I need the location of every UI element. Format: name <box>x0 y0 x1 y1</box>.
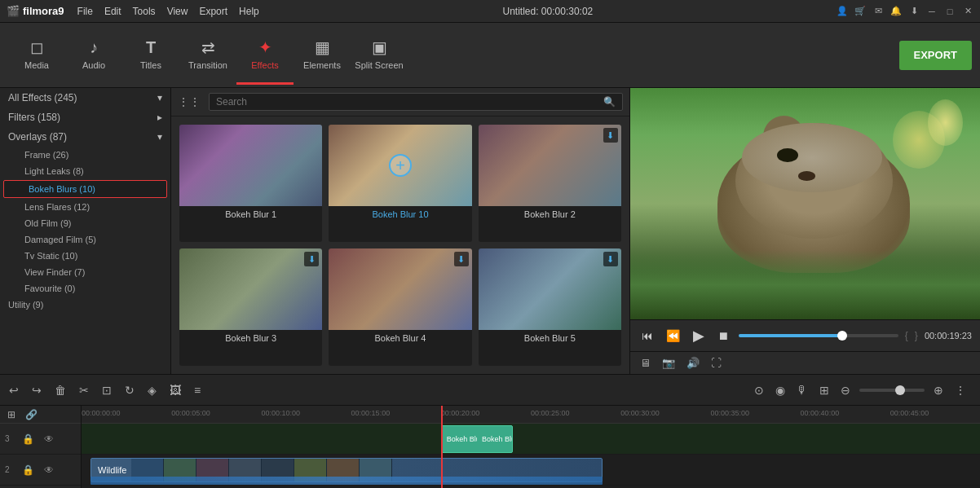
track-motion-button[interactable]: ⊙ <box>752 381 766 399</box>
add-track-small-button[interactable]: ⊞ <box>5 407 18 423</box>
toolbar-media-label: Media <box>24 60 49 70</box>
panel-item-lens-flares[interactable]: Lens Flares (12) <box>0 199 170 215</box>
grid-toggle-icon[interactable]: ⋮⋮ <box>178 95 201 108</box>
zoom-slider[interactable] <box>859 389 925 392</box>
track-eye-icon-2[interactable]: 👁 <box>42 462 56 478</box>
app-logo: 🎬 filmora9 <box>7 5 64 17</box>
effect-card-bokeh5[interactable]: ⬇ Bokeh Blur 5 <box>479 248 621 366</box>
download-icon[interactable]: ⬇ <box>908 6 920 17</box>
add-track-button[interactable]: ⊞ <box>817 381 832 399</box>
toolbar-elements[interactable]: ▦ Elements <box>294 26 351 85</box>
panel-item-favourite[interactable]: Favourite (0) <box>0 280 170 297</box>
progress-bar[interactable] <box>739 334 898 337</box>
search-box: 🔍 <box>209 93 623 111</box>
effect-label-bokeh4: Bokeh Blur 4 <box>329 330 471 346</box>
camera-icon[interactable]: 📷 <box>660 355 677 371</box>
media-icon: ◻ <box>30 37 44 57</box>
ruler-mark-6: 00:00:30:00 <box>620 409 660 417</box>
track-row-3: Bokeh Blur 10 Bokeh Blur 10 <box>82 424 980 455</box>
maximize-button[interactable]: □ <box>944 6 956 17</box>
zoom-in-button[interactable]: ⊕ <box>931 381 946 399</box>
track-labels: ⊞ 🔗 3 🔒 👁 2 🔒 👁 <box>0 406 82 488</box>
filters-header[interactable]: Filters (158) ▸ <box>0 108 170 127</box>
toolbar-effects[interactable]: ✦ Effects <box>236 26 294 85</box>
effect-card-bokeh10[interactable]: + Bokeh Blur 10 <box>329 125 471 242</box>
user-icon[interactable]: 👤 <box>837 6 848 17</box>
download-effect-icon-5[interactable]: ⬇ <box>603 252 618 266</box>
step-back-button[interactable]: ⏪ <box>663 328 683 344</box>
playhead[interactable] <box>441 406 443 488</box>
effect-card-bokeh2[interactable]: ⬇ Bokeh Blur 2 <box>479 125 621 242</box>
skip-back-button[interactable]: ⏮ <box>638 328 656 344</box>
audio-mix-button[interactable]: ≡ <box>192 381 203 399</box>
panel-item-utility[interactable]: Utility (9) <box>0 297 170 313</box>
fullscreen-icon[interactable]: ⛶ <box>709 355 723 371</box>
undo-button[interactable]: ↩ <box>7 381 21 399</box>
panel-item-old-film[interactable]: Old Film (9) <box>0 215 170 231</box>
cut-button[interactable]: ✂ <box>77 381 91 399</box>
stop-button[interactable]: ⏹ <box>714 328 732 344</box>
toolbar-titles[interactable]: T Titles <box>122 26 179 85</box>
play-button[interactable]: ▶ <box>690 325 708 346</box>
effect-card-bokeh3[interactable]: ⬇ Bokeh Blur 3 <box>179 248 322 366</box>
mail-icon[interactable]: ✉ <box>872 6 884 17</box>
zoom-out-button[interactable]: ⊖ <box>838 381 853 399</box>
minimize-button[interactable]: ─ <box>926 6 938 17</box>
menu-export[interactable]: Export <box>199 6 227 17</box>
search-icon: 🔍 <box>603 96 616 108</box>
panel-item-bokeh-blurs[interactable]: Bokeh Blurs (10) <box>3 180 167 198</box>
menu-items: File Edit Tools View Export Help <box>77 6 259 17</box>
menu-file[interactable]: File <box>77 6 93 17</box>
link-button[interactable]: 🔗 <box>23 407 40 423</box>
toolbar-split-screen[interactable]: ▣ Split Screen <box>351 26 408 85</box>
image-button[interactable]: 🖼 <box>167 381 183 399</box>
all-effects-header[interactable]: All Effects (245) ▾ <box>0 88 170 108</box>
track-lock-icon-2[interactable]: 🔒 <box>20 462 37 478</box>
export-button[interactable]: EXPORT <box>899 41 972 70</box>
panel-item-frame[interactable]: Frame (26) <box>0 147 170 163</box>
timeline-menu-button[interactable]: ⋮ <box>952 381 969 399</box>
effect-card-bokeh1[interactable]: Bokeh Blur 1 <box>179 125 322 242</box>
volume-icon[interactable]: 🔊 <box>685 355 701 371</box>
toolbar-media[interactable]: ◻ Media <box>8 26 65 85</box>
panel-item-damaged-film[interactable]: Damaged Film (5) <box>0 231 170 248</box>
effect-card-bokeh4[interactable]: ⬇ Bokeh Blur 4 <box>329 248 471 366</box>
toolbar-audio-label: Audio <box>82 60 105 70</box>
track-lock-icon-3[interactable]: 🔒 <box>20 431 37 447</box>
add-effect-icon[interactable]: + <box>389 154 412 177</box>
redo-button[interactable]: ↪ <box>29 381 44 399</box>
monitor-icon[interactable]: 🖥 <box>638 355 652 371</box>
close-button[interactable]: ✕ <box>962 6 973 17</box>
cart-icon[interactable]: 🛒 <box>854 6 866 17</box>
download-effect-icon[interactable]: ⬇ <box>603 128 618 143</box>
bell-icon[interactable]: 🔔 <box>890 6 902 17</box>
effect-clip[interactable]: Bokeh Blur 10 Bokeh Blur 10 <box>441 425 513 453</box>
panel-item-tv-static[interactable]: Tv Static (10) <box>0 248 170 264</box>
toolbar-transition[interactable]: ⇄ Transition <box>179 26 236 85</box>
panel-item-light-leaks[interactable]: Light Leaks (8) <box>0 163 170 179</box>
color-button[interactable]: ◈ <box>145 381 159 399</box>
ruler-mark-4: 00:00:20:00 <box>441 409 480 417</box>
download-effect-icon-3[interactable]: ⬇ <box>304 252 319 266</box>
record-button[interactable]: 🎙 <box>794 381 810 399</box>
overlays-chevron: ▾ <box>157 131 162 143</box>
toolbar-audio[interactable]: ♪ Audio <box>65 26 122 85</box>
menu-view[interactable]: View <box>167 6 188 17</box>
delete-button[interactable]: 🗑 <box>52 381 68 399</box>
menu-help[interactable]: Help <box>239 6 259 17</box>
crop-button[interactable]: ⊡ <box>99 381 114 399</box>
menu-tools[interactable]: Tools <box>133 6 156 17</box>
track-num-2: 2 <box>5 465 15 474</box>
track-eye-icon-3[interactable]: 👁 <box>42 431 56 447</box>
overlays-header[interactable]: Overlays (87) ▾ <box>0 127 170 147</box>
panel-item-view-finder[interactable]: View Finder (7) <box>0 264 170 280</box>
search-input[interactable] <box>216 96 600 108</box>
effect-thumb-bokeh10: + <box>329 125 471 206</box>
toolbar-split-screen-label: Split Screen <box>355 60 403 70</box>
timeline-right-controls: ⊙ ◉ 🎙 ⊞ ⊖ ⊕ ⋮ <box>752 381 969 399</box>
menu-edit[interactable]: Edit <box>104 6 121 17</box>
audio-icon: ♪ <box>90 38 98 57</box>
rotate-button[interactable]: ↻ <box>122 381 137 399</box>
stabilize-button[interactable]: ◉ <box>773 381 788 399</box>
download-effect-icon-4[interactable]: ⬇ <box>454 252 469 266</box>
